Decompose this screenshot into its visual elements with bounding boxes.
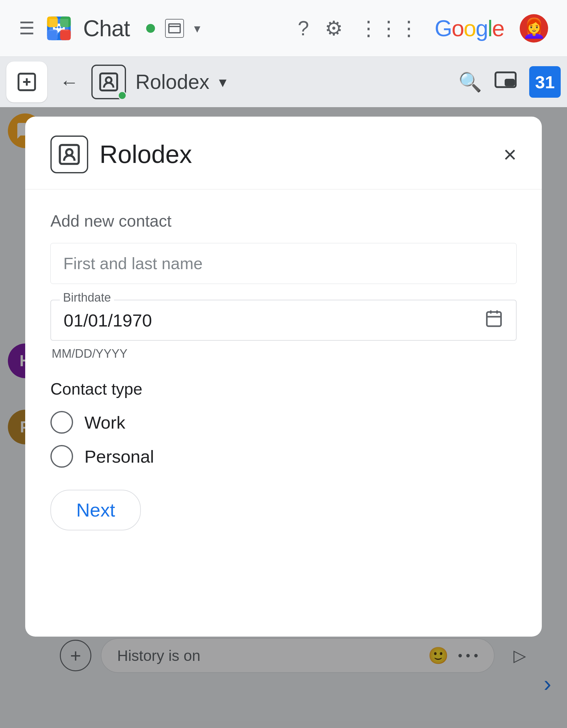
next-button[interactable]: Next: [50, 490, 141, 530]
date-hint: MM/DD/YYYY: [52, 347, 517, 361]
birthdate-label: Birthdate: [60, 291, 114, 304]
svg-rect-6: [47, 29, 58, 40]
chat-logo-icon: [45, 14, 73, 43]
hamburger-icon[interactable]: ☰: [19, 18, 35, 38]
rolodex-modal: Rolodex × Add new contact Birthdate 01/0…: [25, 117, 542, 637]
calendar-picker-icon[interactable]: [484, 309, 503, 332]
radio-label-personal: Personal: [84, 446, 154, 467]
sub-title: Rolodex: [136, 70, 210, 94]
modal-header: Rolodex ×: [50, 136, 517, 173]
window-chevron-icon[interactable]: ▾: [194, 21, 200, 36]
top-bar: ☰ Chat ▾ ? ⚙ ⋮⋮⋮: [0, 0, 567, 57]
help-icon[interactable]: ?: [298, 17, 309, 40]
google-logo: Google: [435, 15, 504, 41]
name-input[interactable]: [50, 243, 517, 284]
app-title: Chat: [83, 15, 130, 41]
svg-rect-8: [169, 24, 180, 33]
section-label: Add new contact: [50, 211, 517, 230]
close-button[interactable]: ×: [503, 143, 517, 166]
radio-personal[interactable]: Personal: [50, 445, 517, 468]
search-icon[interactable]: 🔍: [458, 71, 482, 93]
svg-rect-7: [60, 29, 71, 40]
settings-icon[interactable]: ⚙: [325, 17, 343, 40]
new-chat-button[interactable]: [6, 61, 47, 102]
sub-bar-right: 🔍 31: [458, 66, 561, 98]
radio-work[interactable]: Work: [50, 411, 517, 434]
rolodex-chevron-icon[interactable]: ▾: [219, 73, 227, 91]
picture-in-picture-icon[interactable]: [495, 70, 517, 94]
window-mode-button[interactable]: [165, 19, 184, 38]
status-indicator: [118, 91, 127, 100]
contact-type-label: Contact type: [50, 379, 517, 398]
radio-circle-personal: [50, 445, 73, 468]
calendar-icon[interactable]: 31: [529, 66, 561, 98]
birthdate-wrapper: Birthdate 01/01/1970: [50, 300, 517, 341]
top-bar-right: ? ⚙ ⋮⋮⋮ Google 👩‍🦰: [298, 14, 548, 43]
apps-icon[interactable]: ⋮⋮⋮: [358, 17, 419, 40]
contact-type-radio-group: Work Personal: [50, 411, 517, 468]
birthdate-input[interactable]: 01/01/1970: [50, 300, 517, 341]
modal-header-left: Rolodex: [50, 136, 192, 173]
user-avatar[interactable]: 👩‍🦰: [520, 14, 548, 43]
radio-circle-work: [50, 411, 73, 434]
modal-app-icon: [50, 136, 88, 173]
sub-bar: ← Rolodex ▾ 🔍 31: [0, 57, 567, 107]
status-dot-icon: [146, 24, 155, 33]
contact-icon: [91, 65, 126, 99]
modal-divider: [25, 189, 542, 189]
calendar-date: 31: [535, 72, 555, 92]
modal-title: Rolodex: [100, 140, 192, 169]
birthdate-value: 01/01/1970: [64, 310, 152, 331]
back-button[interactable]: ←: [57, 68, 82, 96]
svg-rect-16: [506, 80, 514, 85]
radio-label-work: Work: [84, 412, 125, 433]
top-bar-left: ☰ Chat ▾: [19, 14, 285, 43]
svg-rect-19: [487, 312, 501, 326]
